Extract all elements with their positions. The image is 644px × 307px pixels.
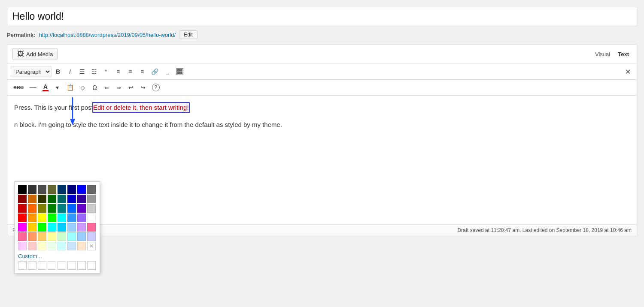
color-swatch[interactable] <box>28 204 36 213</box>
strikethrough-button[interactable]: ABC <box>11 82 26 93</box>
color-swatch[interactable] <box>38 214 46 222</box>
color-swatch[interactable] <box>58 195 66 203</box>
help-button[interactable]: ? <box>149 82 162 93</box>
color-swatch[interactable] <box>58 185 66 194</box>
undo-button[interactable]: ↩ <box>125 82 137 93</box>
align-center-button[interactable]: ≡ <box>125 66 136 77</box>
color-swatch[interactable] <box>28 232 36 241</box>
color-swatch[interactable] <box>77 242 86 250</box>
text-view-button[interactable]: Text <box>615 50 632 58</box>
color-swatch[interactable] <box>48 185 56 194</box>
color-swatch[interactable] <box>38 232 46 241</box>
expand-button[interactable]: ✕ <box>622 66 633 77</box>
color-swatch[interactable] <box>28 185 36 194</box>
color-swatch[interactable] <box>38 195 46 203</box>
outdent-button[interactable]: ⇐ <box>101 82 112 93</box>
color-swatch[interactable] <box>38 242 46 250</box>
permalink-edit-button[interactable]: Edit <box>179 30 197 39</box>
blockquote-button[interactable]: “ <box>100 66 112 77</box>
custom-color-swatch[interactable] <box>67 261 76 270</box>
custom-color-swatch[interactable] <box>58 261 66 270</box>
color-picker-popup: ✕ Custom... <box>14 181 100 274</box>
editor-content[interactable]: Press. This is your first postEdit or de… <box>7 96 637 224</box>
color-swatch[interactable] <box>48 214 56 222</box>
strikethrough-icon: ABC <box>13 85 24 90</box>
color-swatch[interactable] <box>48 242 56 250</box>
color-swatch[interactable] <box>67 214 76 222</box>
more-break-button[interactable]: ⎯ <box>162 66 173 77</box>
color-swatch[interactable] <box>58 242 66 250</box>
color-swatch[interactable] <box>87 195 96 203</box>
color-swatch[interactable] <box>38 185 46 194</box>
visual-view-button[interactable]: Visual <box>592 50 613 58</box>
hr-button[interactable]: — <box>27 82 39 93</box>
italic-button[interactable]: I <box>64 66 76 77</box>
color-swatch[interactable] <box>58 204 66 213</box>
custom-color-swatch[interactable] <box>38 261 46 270</box>
color-swatch[interactable] <box>58 223 66 232</box>
color-swatch[interactable] <box>28 242 36 250</box>
custom-color-swatch[interactable] <box>87 261 96 270</box>
color-swatch[interactable] <box>67 223 76 232</box>
align-left-button[interactable]: ≡ <box>112 66 124 77</box>
color-swatch[interactable] <box>77 223 86 232</box>
custom-color-swatch[interactable] <box>28 261 36 270</box>
color-swatch[interactable] <box>38 204 46 213</box>
editor-container: 🖼 Add Media Visual Text Paragraph B I <box>7 44 637 236</box>
bold-button[interactable]: B <box>52 66 64 77</box>
add-media-button[interactable]: 🖼 Add Media <box>12 48 58 60</box>
color-swatch[interactable] <box>67 185 76 194</box>
color-swatch[interactable] <box>87 214 96 222</box>
custom-color-swatch[interactable] <box>18 261 27 270</box>
color-swatch[interactable] <box>77 204 86 213</box>
color-swatch[interactable] <box>18 204 27 213</box>
color-swatch[interactable] <box>48 195 56 203</box>
color-swatch[interactable] <box>28 195 36 203</box>
color-swatch[interactable] <box>48 232 56 241</box>
color-swatch[interactable] <box>48 204 56 213</box>
color-swatch[interactable] <box>18 232 27 241</box>
color-swatch[interactable] <box>77 195 86 203</box>
color-swatch[interactable] <box>58 232 66 241</box>
numbered-list-button[interactable]: ☷ <box>88 66 100 77</box>
font-color-dropdown-button[interactable]: ▾ <box>52 82 63 93</box>
color-swatch[interactable] <box>77 232 86 241</box>
paragraph-select[interactable]: Paragraph <box>11 66 52 77</box>
post-title-input[interactable] <box>7 7 637 26</box>
link-button[interactable]: 🔗 <box>149 66 161 77</box>
toolbar-toggle-button[interactable] <box>174 66 186 77</box>
custom-color-link[interactable]: Custom... <box>18 253 96 259</box>
color-swatch[interactable] <box>67 242 76 250</box>
redo-button[interactable]: ↪ <box>137 82 149 93</box>
custom-color-swatch[interactable] <box>48 261 56 270</box>
clear-format-button[interactable]: ◇ <box>77 82 88 93</box>
color-swatch[interactable] <box>18 242 27 250</box>
color-swatch[interactable] <box>87 204 96 213</box>
color-swatch[interactable] <box>18 195 27 203</box>
color-swatch[interactable] <box>28 223 36 232</box>
color-swatch[interactable] <box>87 232 96 241</box>
indent-button[interactable]: ⇒ <box>113 82 125 93</box>
color-swatch[interactable] <box>18 223 27 232</box>
special-char-button[interactable]: Ω <box>89 82 100 93</box>
color-swatch[interactable] <box>48 223 56 232</box>
color-swatch[interactable] <box>77 185 86 194</box>
color-swatch[interactable] <box>38 223 46 232</box>
align-right-button[interactable]: ≡ <box>137 66 148 77</box>
color-swatch[interactable] <box>67 204 76 213</box>
color-swatch[interactable] <box>18 185 27 194</box>
color-clear-swatch[interactable]: ✕ <box>87 242 96 250</box>
permalink-url[interactable]: http://localhost:8888/wordpress/2019/09/… <box>39 32 176 38</box>
bullet-list-button[interactable]: ☰ <box>76 66 88 77</box>
color-swatch[interactable] <box>18 214 27 222</box>
color-swatch[interactable] <box>77 214 86 222</box>
font-color-button[interactable]: A <box>40 82 51 93</box>
color-swatch[interactable] <box>67 232 76 241</box>
paste-text-button[interactable]: 📋 <box>64 82 76 93</box>
color-swatch[interactable] <box>28 214 36 222</box>
color-swatch[interactable] <box>87 223 96 232</box>
color-swatch[interactable] <box>58 214 66 222</box>
color-swatch[interactable] <box>87 185 96 194</box>
color-swatch[interactable] <box>67 195 76 203</box>
custom-color-swatch[interactable] <box>77 261 86 270</box>
